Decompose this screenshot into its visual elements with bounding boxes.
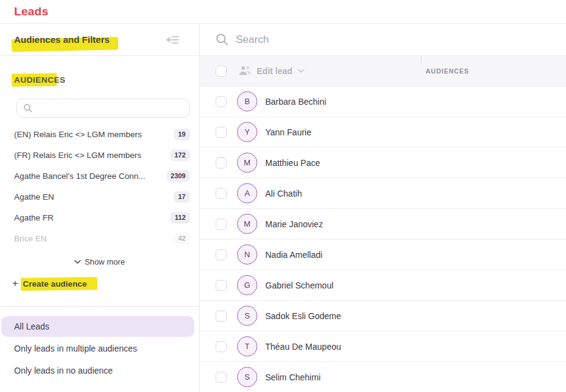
avatar: T	[237, 336, 257, 356]
audience-search-box	[17, 99, 190, 118]
audiences-column-header: AUDIENCES	[426, 67, 469, 75]
row-checkbox[interactable]	[216, 280, 227, 291]
audience-item[interactable]: Agathe Bancel's 1st Degree Conn... 2309	[0, 165, 199, 186]
lead-name: Marie Janoviez	[265, 219, 323, 229]
lead-name: Selim Chehimi	[265, 372, 320, 382]
page-title: Leads	[14, 5, 48, 18]
audience-count-badge: 2309	[167, 170, 190, 182]
audience-count-badge: 19	[174, 129, 190, 140]
audience-count-badge: 172	[170, 149, 190, 161]
column-separator	[421, 56, 421, 63]
lead-filter-list: All Leads Only leads in multiple audienc…	[0, 307, 199, 381]
row-checkbox[interactable]	[216, 96, 227, 107]
row-checkbox[interactable]	[216, 311, 227, 322]
table-row[interactable]: S Sadok Esli Godeme	[200, 301, 566, 331]
leads-search-bar	[200, 24, 566, 56]
lead-name: Théau De Maupeou	[265, 342, 341, 352]
table-row[interactable]: A Ali Chatih	[200, 178, 566, 209]
table-row[interactable]: S Selim Chehimi	[200, 362, 566, 392]
audience-item[interactable]: (EN) Relais Eric <> LGM members 19	[0, 124, 199, 145]
avatar: A	[237, 183, 257, 203]
avatar: N	[237, 244, 257, 265]
table-row[interactable]: T Théau De Maupeou	[200, 331, 566, 362]
table-row[interactable]: N Nadia Amelladi	[200, 239, 566, 270]
row-checkbox[interactable]	[216, 127, 227, 138]
table-header: Edit lead AUDIENCES	[200, 56, 566, 86]
sidebar-title: Audiences and Filters	[14, 34, 110, 45]
avatar: M	[237, 153, 257, 173]
row-checkbox[interactable]	[216, 249, 227, 260]
table-row[interactable]: M Marie Janoviez	[200, 209, 566, 239]
row-checkbox[interactable]	[216, 372, 227, 383]
audience-list: (EN) Relais Eric <> LGM members 19 (FR) …	[0, 124, 199, 249]
row-checkbox[interactable]	[216, 219, 227, 230]
search-icon	[216, 33, 228, 46]
filter-all-leads[interactable]: All Leads	[1, 316, 194, 337]
chevron-down-icon	[74, 260, 81, 264]
filter-no-audience[interactable]: Only leads in no audience	[1, 360, 194, 381]
row-checkbox[interactable]	[216, 188, 227, 199]
audience-count-badge: 42	[174, 233, 190, 244]
table-row[interactable]: B Barbara Bechini	[200, 86, 566, 117]
collapse-sidebar-icon[interactable]	[166, 34, 179, 45]
lead-name: Gabriel Schemoul	[265, 281, 333, 290]
row-checkbox[interactable]	[216, 157, 227, 168]
audience-count-badge: 112	[170, 212, 190, 224]
avatar: Y	[237, 122, 257, 142]
filter-multiple-audiences[interactable]: Only leads in multiple audiences	[1, 338, 194, 359]
avatar: B	[237, 91, 257, 111]
audiences-sidebar: Audiences and Filters AUDIENCES	[0, 24, 200, 392]
avatar: S	[237, 367, 257, 387]
top-bar: Leads	[0, 0, 566, 24]
leads-search-input[interactable]	[236, 34, 566, 46]
table-row[interactable]: G Gabriel Schemoul	[200, 270, 566, 301]
select-all-checkbox[interactable]	[216, 66, 227, 77]
chevron-down-icon	[298, 69, 304, 73]
audience-search-input[interactable]	[37, 104, 189, 113]
show-more-button[interactable]: Show more	[0, 252, 199, 271]
table-row[interactable]: Y Yann Faurie	[200, 117, 566, 148]
create-audience-button[interactable]: + Create audience	[12, 278, 87, 289]
avatar: S	[237, 306, 257, 326]
edit-lead-button[interactable]: Edit lead	[239, 66, 304, 76]
row-checkbox[interactable]	[216, 341, 227, 352]
audience-count-badge: 17	[174, 191, 190, 203]
lead-name: Yann Faurie	[265, 127, 311, 137]
search-icon	[23, 104, 32, 113]
lead-name: Nadia Amelladi	[265, 250, 322, 260]
audiences-section-title: AUDIENCES	[14, 75, 66, 85]
leads-main: Edit lead AUDIENCES B Barbara Bechini Y …	[200, 24, 566, 392]
users-icon	[239, 66, 251, 76]
audience-item[interactable]: Brice EN 42	[0, 228, 199, 249]
audience-item[interactable]: (FR) Relais Eric <> LGM members 172	[0, 145, 199, 165]
audience-item[interactable]: Agathe EN 17	[0, 186, 199, 207]
lead-name: Sadok Esli Godeme	[265, 311, 341, 321]
lead-name: Barbara Bechini	[265, 97, 326, 107]
lead-name: Matthieu Pace	[265, 158, 320, 168]
table-row[interactable]: M Matthieu Pace	[200, 148, 566, 178]
avatar: G	[237, 275, 257, 295]
audience-item[interactable]: Agathe FR 112	[0, 207, 199, 228]
sidebar-header: Audiences and Filters	[0, 24, 199, 56]
plus-icon: +	[12, 278, 18, 289]
avatar: M	[237, 214, 257, 234]
lead-name: Ali Chatih	[265, 189, 302, 198]
